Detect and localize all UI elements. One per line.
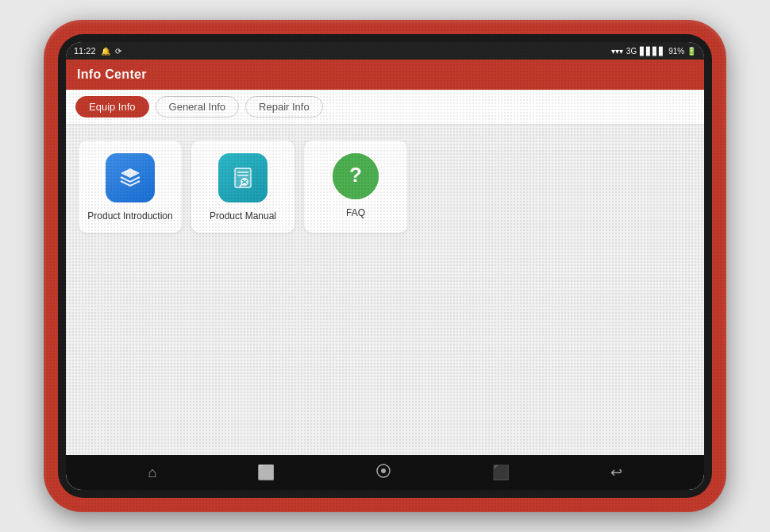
tab-general-info[interactable]: General Info xyxy=(156,96,240,118)
signal-icon: 3G xyxy=(626,47,637,56)
screenshot-icon[interactable]: ⬛ xyxy=(484,459,518,486)
tab-bar: Equip Info General Info Repair Info xyxy=(66,90,704,125)
device-bezel: 11:22 🔔 ⟳ ▾▾▾ 3G ▋▋▋▋ 91% 🔋 Info Center xyxy=(58,34,712,498)
card-product-introduction[interactable]: Product Introduction xyxy=(79,141,182,233)
time-display: 11:22 xyxy=(74,46,96,56)
notification-icon: 🔔 xyxy=(101,47,110,56)
device-shell: 11:22 🔔 ⟳ ▾▾▾ 3G ▋▋▋▋ 91% 🔋 Info Center xyxy=(44,20,726,512)
status-bar: 11:22 🔔 ⟳ ▾▾▾ 3G ▋▋▋▋ 91% 🔋 xyxy=(66,42,704,60)
nav-bar: ⌂ ⬜ ⬛ ↩ xyxy=(66,455,704,490)
card-product-manual[interactable]: Product Manual xyxy=(191,141,295,233)
cards-row: Product Introduction xyxy=(79,141,691,233)
card-faq[interactable]: ? FAQ xyxy=(304,141,407,233)
wifi-icon: ▾▾▾ xyxy=(611,47,623,56)
content-area: Product Introduction xyxy=(66,125,704,455)
product-introduction-icon xyxy=(106,153,155,202)
tab-repair-info[interactable]: Repair Info xyxy=(245,96,323,118)
svg-text:?: ? xyxy=(349,163,362,187)
card-faq-label: FAQ xyxy=(346,207,365,220)
product-manual-icon xyxy=(218,153,268,202)
battery-icon: 91% 🔋 xyxy=(668,47,696,56)
sync-icon: ⟳ xyxy=(115,47,121,56)
card-product-introduction-label: Product Introduction xyxy=(87,210,172,223)
svg-marker-0 xyxy=(121,168,140,178)
app-title: Info Center xyxy=(77,67,147,82)
screen: 11:22 🔔 ⟳ ▾▾▾ 3G ▋▋▋▋ 91% 🔋 Info Center xyxy=(66,42,704,490)
home-icon[interactable]: ⌂ xyxy=(140,460,164,486)
recent-apps-icon[interactable]: ⬜ xyxy=(249,459,283,486)
faq-icon: ? xyxy=(333,153,379,199)
svg-point-11 xyxy=(381,468,386,473)
signal-bars-icon: ▋▋▋▋ xyxy=(640,47,665,56)
card-product-manual-label: Product Manual xyxy=(210,210,276,223)
tab-equip-info[interactable]: Equip Info xyxy=(75,96,149,118)
app-header: Info Center xyxy=(66,60,704,90)
apps-icon[interactable] xyxy=(368,458,399,488)
back-icon[interactable]: ↩ xyxy=(603,459,630,486)
